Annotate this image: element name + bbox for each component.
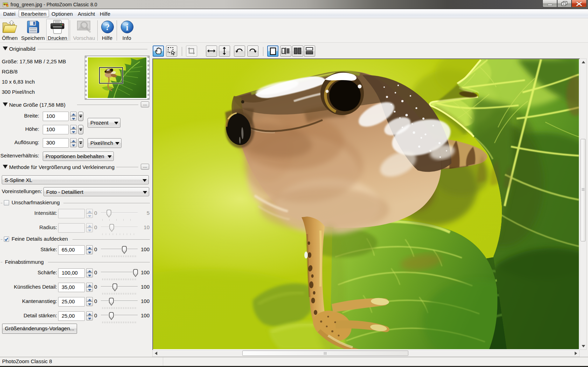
svg-text:?: ?	[105, 22, 110, 32]
svg-text:i: i	[126, 22, 129, 33]
